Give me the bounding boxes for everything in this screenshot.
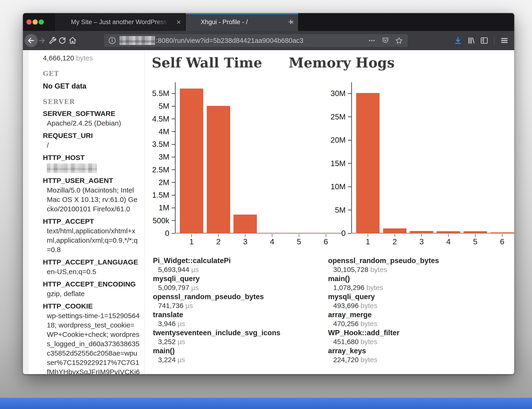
function-value: 3,224 µs [158,356,326,364]
tab-xhgui-profile[interactable]: Xhgui - Profile - / × [186,13,298,31]
bar [437,231,460,233]
server-var-value: text/html,application/xhtml+xml,applicat… [47,226,140,254]
y-tick-label: 5.5M [127,89,169,98]
x-tick-label: 5 [466,237,485,246]
function-value: 30,105,728 bytes [333,265,511,274]
x-tick-label: 2 [209,237,228,246]
sidebar-toggle-button[interactable] [478,34,491,47]
pocket-icon[interactable] [382,37,389,44]
desktop: My Site – Just another WordPress si × Xh… [0,0,532,409]
tab-bar: My Site – Just another WordPress si × Xh… [23,13,514,31]
value-number: 741,736 [158,302,183,309]
sidebar-icon [480,36,488,45]
x-tick-mark [394,234,395,237]
value-unit: µs [176,356,185,363]
tab-title: Xhgui - Profile - / [186,19,285,26]
value-number: 493,696 [333,302,358,309]
function-value: 224,720 bytes [333,356,511,364]
y-tick-label: 30M [303,89,346,98]
charts-panel: Self Wall Time Memory Hogs 0500k1M1.5M2M… [145,50,514,374]
server-var-name: SERVER_SOFTWARE [43,109,140,119]
y-axis [175,82,176,233]
x-tick-label: 4 [263,237,282,246]
function-name: Pi_Widget::calculatePi [153,256,326,265]
x-tick-mark [475,234,476,237]
tab-wordpress-site[interactable]: My Site – Just another WordPress si × [54,13,185,31]
y-tick-mark [172,131,175,132]
bar [356,93,380,233]
y-tick-mark [172,233,175,234]
menu-button[interactable] [498,34,511,47]
hamburger-icon [500,36,509,45]
x-tick-label: 6 [493,237,512,246]
y-tick-mark [172,119,175,119]
browser-window: My Site – Just another WordPress si × Xh… [23,13,514,374]
minimize-window-button[interactable] [33,19,38,25]
x-tick-mark [272,234,272,237]
download-icon [454,36,462,45]
x-tick-mark [218,234,219,237]
x-tick-label: 3 [236,237,255,246]
bar [233,214,257,233]
back-arrow-icon [27,36,35,45]
new-tab-button[interactable]: + [285,16,297,28]
function-value: 3,252 µs [158,338,326,346]
y-tick-mark [172,182,175,183]
server-var-value: wp-settings-time-1=1529056418; wordpress… [47,311,140,374]
y-tick-label: 3M [127,153,169,161]
value-number: 5,009,797 [158,284,189,291]
url-text[interactable]: :8080/run/view?id=5b238d84421aa9004b680a… [156,37,368,45]
active-tab-indicator [186,13,298,14]
function-name: translate [153,310,326,319]
memory-unit: bytes [76,54,93,62]
function-value: 741,736 µs [158,301,326,310]
y-tick-mark [172,157,175,158]
function-name: main() [153,346,326,356]
downloads-button[interactable] [451,34,465,47]
function-list-item: main()1,078,296 bytes [328,274,511,292]
value-unit: µs [183,302,193,309]
x-tick-label: 1 [182,237,201,246]
y-tick-mark [172,220,175,221]
reload-icon [58,36,66,45]
server-section-heading: SERVER [43,98,140,106]
y-tick-mark [172,208,175,208]
close-tab-icon[interactable]: × [172,18,185,27]
y-tick-label: 15M [303,159,346,168]
page-actions-icon[interactable] [368,37,376,44]
url-bar[interactable]: :8080/run/view?id=5b238d84421aa9004b680a… [104,34,408,47]
y-tick-label: 2.5M [127,166,169,174]
value-number: 224,720 [333,356,358,363]
y-tick-mark [348,233,351,234]
value-unit: µs [176,320,185,327]
value-unit: bytes [358,302,377,309]
value-unit: µs [189,284,199,291]
function-list-item: openssl_random_pseudo_bytes30,105,728 by… [328,256,511,274]
bar [207,106,230,233]
server-var-value: en-US,en;q=0.5 [47,267,140,276]
desktop-blue-strip [0,398,532,409]
y-tick-mark [172,169,175,170]
server-var-name: HTTP_ACCEPT_ENCODING [43,279,140,289]
y-tick-mark [348,140,351,140]
value-unit: bytes [368,266,387,273]
y-tick-mark [172,144,175,145]
close-window-button[interactable] [27,19,32,25]
function-name: mysqli_query [328,292,511,301]
function-value: 451,680 bytes [333,338,511,346]
x-tick-mark [502,234,503,237]
memory-usage-value: 4,666,120 bytes [43,53,140,63]
y-tick-label: 3.5M [127,140,169,149]
value-number: 1,078,296 [333,284,364,291]
function-name: openssl_random_pseudo_bytes [328,256,511,265]
forward-arrow-icon [37,36,46,45]
library-button[interactable] [465,34,478,47]
zoom-window-button[interactable] [39,19,44,25]
server-var-name: REQUEST_URI [43,131,140,140]
site-info-icon[interactable] [108,37,116,45]
bookmark-star-icon[interactable] [395,37,403,44]
redacted-value [47,164,97,173]
value-number: 3,252 [158,338,176,345]
home-button[interactable] [66,34,79,47]
y-tick-label: 5M [127,102,169,110]
